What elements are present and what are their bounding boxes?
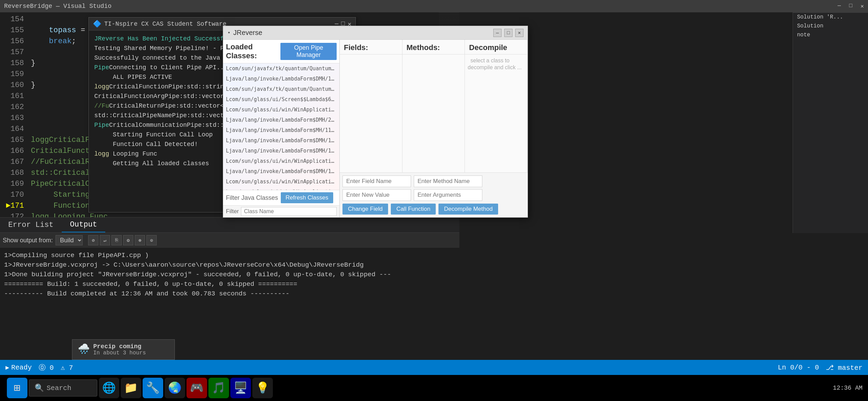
decompile-method-button[interactable]: Decompile Method (438, 204, 498, 215)
classes-title: Loaded Classes: (226, 42, 278, 60)
tab-error-list[interactable]: Error List (0, 218, 62, 232)
output-line: 1>Done building project "JReverseBridge.… (4, 270, 455, 279)
status-bar: ▶ Ready ⓪ 0 ⚠ 7 Ln 0/0 - 0 ⎇ master (0, 360, 868, 375)
se-item-project[interactable]: Solution (793, 22, 868, 31)
classes-footer: Filter Java Classes Refresh Classes (223, 190, 339, 205)
modal-close[interactable]: ✕ (515, 29, 523, 37)
output-filter-btn[interactable]: ⊕ (135, 235, 145, 245)
search-label: Search (47, 384, 71, 392)
call-function-button[interactable]: Call Function (391, 204, 436, 215)
classes-list[interactable]: Lcom/sun/javafx/tk/quantum/QuantumRender… (223, 63, 339, 190)
output-tabs: Error List Output (0, 218, 459, 233)
methods-panel: Methods: (402, 40, 465, 172)
refresh-classes-button[interactable]: Refresh Classes (281, 192, 333, 203)
filter-java-classes-label: Filter Java Classes (226, 194, 278, 202)
enter-arguments-input[interactable] (414, 189, 482, 201)
enter-field-name-input[interactable] (342, 175, 411, 187)
jreverse-modal: ▪ JReverse — □ ✕ Loaded Classes: Open Pi… (223, 26, 528, 218)
panels-bottom: Change Field Call Function Decompile Met… (340, 172, 528, 217)
taskbar: ⊞ 🔍 Search 🌐 📁 🔧 🌏 🎮 🎵 🖥️ 💡 12:36 AM (0, 375, 868, 401)
ti-nspire-title: TI-Nspire CX CAS Student Software (104, 21, 226, 27)
notification-icon: 🌧️ (78, 343, 90, 355)
list-item[interactable]: Lcom/sun/glass/ui/win/WinApplication$$La… (223, 177, 339, 187)
decompile-panel: Decompile select a class to decompile an… (465, 40, 528, 172)
list-item[interactable]: Ljava/lang/invoke/LambdaForm$DMH/1117203… (223, 135, 339, 146)
tab-output[interactable]: Output (62, 218, 105, 232)
output-wrap-btn[interactable]: ↵ (100, 235, 110, 245)
output-line: ---------- Build completed at 12:36 AM a… (4, 289, 455, 299)
status-errors[interactable]: ⓪ 0 (39, 363, 54, 372)
list-item[interactable]: Lcom/sun/glass/ui/win/WinApplication$$La… (223, 187, 339, 190)
notification-subtitle: In about 3 hours (93, 350, 146, 356)
list-item[interactable]: Ljava/lang/invoke/LambdaForm$MH/11767086… (223, 125, 339, 135)
methods-content (402, 54, 465, 172)
vs-title-text: ReverseBridge — Visual Studio (4, 3, 111, 10)
taskbar-icons: ⊞ 🔍 Search 🌐 📁 🔧 🌏 🎮 🎵 🖥️ 💡 (0, 378, 828, 398)
taskbar-icon-4[interactable]: 🌏 (165, 378, 185, 398)
output-clear-btn[interactable]: ⊘ (88, 235, 98, 245)
status-warnings[interactable]: ⚠ 7 (61, 363, 73, 372)
change-field-button[interactable]: Change Field (342, 204, 388, 215)
start-button[interactable]: ⊞ (7, 378, 27, 398)
se-item-note[interactable]: note (793, 31, 868, 39)
line-col-indicator: Ln 0/0 - 0 (778, 364, 819, 372)
output-source-select[interactable]: Build (56, 235, 83, 245)
maximize-btn[interactable]: □ (849, 3, 853, 10)
taskbar-icon-8[interactable]: 💡 (252, 378, 273, 398)
classes-panel: Loaded Classes: Open Pipe Manager Lcom/s… (223, 40, 340, 217)
list-item[interactable]: Ljava/lang/invoke/LambdaForm$DMH/1667038… (223, 166, 339, 177)
status-ready-text: Ready (11, 364, 32, 372)
classes-header: Loaded Classes: Open Pipe Manager (223, 40, 339, 63)
taskbar-icon-2[interactable]: 📁 (121, 378, 141, 398)
output-line: 1>Compiling source file PipeAPI.cpp ) (4, 251, 455, 260)
output-content: 1>Compiling source file PipeAPI.cpp ) 1>… (0, 248, 459, 375)
taskbar-icon-7[interactable]: 🖥️ (230, 378, 251, 398)
minimize-btn[interactable]: — (837, 3, 841, 10)
output-line: 1>JReverseBridge.vcxproj -> C:\Users\aar… (4, 260, 455, 270)
list-item[interactable]: Ljava/lang/invoke/LambdaForm$DMH/1189248… (223, 74, 339, 84)
list-item[interactable]: Ljava/lang/invoke/LambdaForm$DMH/1823551… (223, 146, 339, 156)
list-item[interactable]: Ljava/lang/invoke/LambdaForm$DMH/2624871… (223, 115, 339, 125)
modal-maximize[interactable]: □ (504, 29, 513, 37)
search-box[interactable]: 🔍 Search (29, 379, 97, 397)
taskbar-icon-3[interactable]: 🔧 (143, 378, 163, 398)
notification-popup: 🌧️ Precip coming In about 3 hours (72, 339, 175, 360)
list-item[interactable]: Lcom/sun/javafx/tk/quantum/QuantumRender… (223, 84, 339, 94)
notification-title: Precip coming (93, 343, 146, 350)
right-panels: Fields: Methods: Decompile select a clas… (340, 40, 528, 217)
show-output-from-label: Show output from: (3, 237, 53, 244)
output-line: ========== Build: 1 succeeded, 0 failed,… (4, 279, 455, 289)
warning-count: ⚠ 7 (61, 363, 73, 372)
list-item[interactable]: Lcom/sun/glass/ui/win/WinApplication$$La… (223, 105, 339, 115)
enter-method-name-input[interactable] (414, 175, 482, 187)
output-copy-btn[interactable]: ⎘ (111, 235, 122, 245)
output-settings-btn[interactable]: ⚙ (123, 235, 133, 245)
modal-body: Loaded Classes: Open Pipe Manager Lcom/s… (223, 40, 528, 217)
output-clock-btn[interactable]: ⊙ (146, 235, 157, 245)
taskbar-icon-6[interactable]: 🎵 (208, 378, 229, 398)
modal-minimize[interactable]: — (493, 29, 502, 37)
decompile-content: select a class to decompile and click ..… (465, 54, 527, 172)
open-pipe-manager-button[interactable]: Open Pipe Manager (280, 43, 337, 60)
list-item[interactable]: Lcom/sun/glass/ui/win/WinApplication$$La… (223, 156, 339, 166)
output-panel: Error List Output Show output from: Buil… (0, 217, 459, 375)
se-item-solution[interactable]: Solution 'R... (793, 13, 868, 22)
error-count: ⓪ 0 (39, 363, 54, 372)
list-item[interactable]: Lcom/sun/glass/ui/Screen$$Lambda$67/1743… (223, 94, 339, 105)
enter-new-value-input[interactable] (342, 189, 411, 201)
branch-indicator: ⎇ master (826, 363, 863, 372)
list-item[interactable]: Lcom/sun/javafx/tk/quantum/QuantumRender… (223, 63, 339, 74)
close-btn[interactable]: ✕ (860, 3, 864, 10)
status-ready: ▶ Ready (5, 364, 32, 372)
output-toolbar: Show output from: Build ⊘ ↵ ⎘ ⚙ ⊕ ⊙ (0, 233, 459, 248)
filter-input[interactable] (241, 207, 337, 216)
taskbar-time: 12:36 AM (833, 385, 863, 391)
fields-title: Fields: (340, 40, 402, 54)
taskbar-icon-5[interactable]: 🎮 (186, 378, 207, 398)
taskbar-icon-1[interactable]: 🌐 (99, 378, 119, 398)
decompile-hint: select a class to decompile and click ..… (468, 56, 524, 72)
methods-title: Methods: (402, 40, 465, 54)
vs-titlebar: ReverseBridge — Visual Studio — □ ✕ (0, 0, 868, 12)
fields-content (340, 54, 402, 172)
jreverse-title: JReverse (233, 29, 262, 37)
